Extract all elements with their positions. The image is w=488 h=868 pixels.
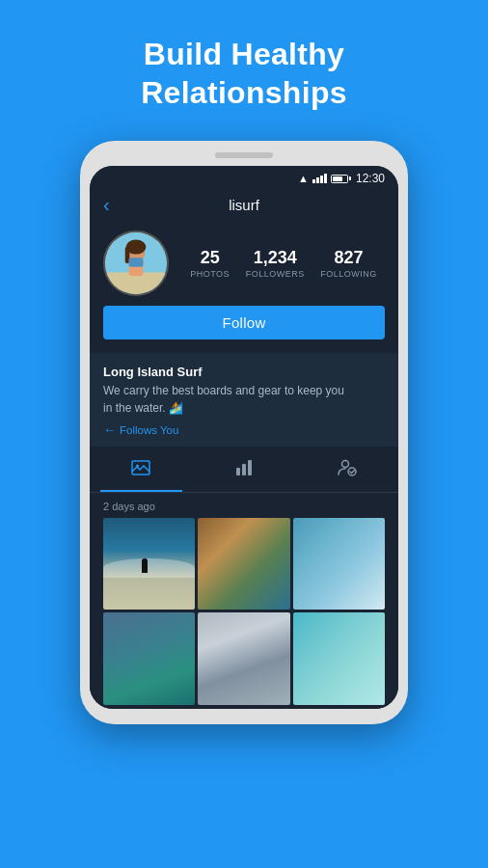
phone-screen: ▲ 12:30 ‹ lisurf <box>90 166 398 709</box>
grid-photo-5[interactable] <box>198 612 289 704</box>
grid-photo-4[interactable] <box>103 612 195 704</box>
status-bar: ▲ 12:30 <box>90 166 398 189</box>
bio-section: Long Island Surf We carry the best board… <box>90 353 398 447</box>
photos-grid-icon <box>131 458 150 482</box>
wifi-icon: ▲ <box>298 173 309 184</box>
battery-icon <box>331 175 348 183</box>
svg-rect-9 <box>236 468 240 475</box>
svg-rect-6 <box>128 258 143 266</box>
photo-grid <box>103 518 385 705</box>
stat-followers-label: FOLLOWERS <box>246 269 305 279</box>
svg-point-12 <box>341 461 348 468</box>
bio-description: We carry the best boards and gear to kee… <box>103 382 385 417</box>
tab-photos[interactable] <box>90 447 193 492</box>
stat-photos-label: PHOTOS <box>190 269 230 279</box>
stat-following-value: 827 <box>320 248 377 268</box>
grid-photo-1[interactable] <box>103 518 195 610</box>
profile-top: 25 PHOTOS 1,234 FOLLOWERS 827 FOLLOWING <box>103 231 385 296</box>
signal-icon <box>312 174 327 183</box>
svg-rect-11 <box>248 460 252 475</box>
avatar-image <box>105 232 167 294</box>
grid-timestamp: 2 days ago <box>103 501 385 512</box>
tab-tagged[interactable] <box>295 447 398 492</box>
profile-section: 25 PHOTOS 1,234 FOLLOWERS 827 FOLLOWING … <box>90 221 398 353</box>
bar-chart-icon <box>234 458 254 482</box>
avatar <box>103 231 169 296</box>
tab-bar <box>90 447 398 493</box>
follows-you-label: Follows You <box>120 424 178 436</box>
nav-bar: ‹ lisurf <box>90 189 398 221</box>
stat-following: 827 FOLLOWING <box>320 248 377 279</box>
grid-photo-3[interactable] <box>293 518 385 610</box>
stat-following-label: FOLLOWING <box>320 269 377 279</box>
bio-name: Long Island Surf <box>103 365 385 379</box>
page-headline: Build Healthy Relationships <box>141 35 347 112</box>
phone-mockup: ▲ 12:30 ‹ lisurf <box>80 141 408 724</box>
profile-username: lisurf <box>229 197 259 213</box>
arrow-left-icon: ← <box>103 422 116 437</box>
follows-you-badge: ← Follows You <box>103 422 385 437</box>
back-button[interactable]: ‹ <box>103 194 110 216</box>
status-time: 12:30 <box>356 172 385 185</box>
photo-grid-section: 2 days ago <box>90 493 398 709</box>
grid-photo-2[interactable] <box>198 518 289 610</box>
stat-photos: 25 PHOTOS <box>190 248 230 279</box>
status-icons: ▲ 12:30 <box>298 172 385 185</box>
stat-photos-value: 25 <box>190 248 230 268</box>
tab-stats[interactable] <box>193 447 296 492</box>
person-tag-icon <box>338 458 357 482</box>
stat-followers: 1,234 FOLLOWERS <box>246 248 305 279</box>
follow-button[interactable]: Follow <box>103 306 385 339</box>
phone-speaker <box>215 152 273 158</box>
stats-row: 25 PHOTOS 1,234 FOLLOWERS 827 FOLLOWING <box>182 248 385 279</box>
stat-followers-value: 1,234 <box>246 248 305 268</box>
svg-rect-10 <box>242 464 246 475</box>
grid-photo-6[interactable] <box>293 612 385 704</box>
